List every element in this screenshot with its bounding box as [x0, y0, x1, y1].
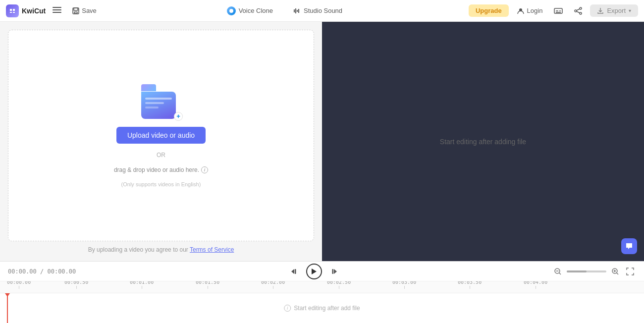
captions-button[interactable]: [550, 3, 566, 19]
header: KwiCut Save Voice Clone Studio Sound Upg…: [0, 0, 644, 22]
share-button[interactable]: [570, 3, 586, 19]
play-button[interactable]: [306, 264, 322, 279]
timeline-track: i Start editing after add file: [0, 293, 644, 323]
zoom-controls: [552, 266, 636, 277]
ruler-tick-4: 00:02.00: [261, 281, 285, 289]
voice-clone-nav[interactable]: Voice Clone: [223, 4, 277, 17]
ruler-tick-6: 00:03.00: [392, 281, 416, 289]
svg-rect-0: [53, 7, 61, 8]
timeline-empty-message: i Start editing after add file: [284, 305, 360, 312]
menu-icon[interactable]: [51, 3, 63, 18]
timeline-controls: 00:00.00 / 00:00.00: [0, 262, 644, 281]
timeline-empty-text: Start editing after add file: [294, 305, 360, 312]
playhead: [7, 293, 8, 323]
logo-icon: [6, 4, 19, 17]
skip-forward-button[interactable]: [327, 265, 341, 278]
preview-empty-text: Start editing after adding file: [440, 138, 526, 146]
svg-line-26: [617, 272, 619, 274]
header-right: Upgrade Login Export ▾: [469, 3, 638, 19]
supports-text: (Only supports videos in English): [121, 181, 201, 187]
ruler-tick-7: 00:03.50: [458, 281, 482, 289]
zoom-out-button[interactable]: [552, 266, 564, 277]
studio-sound-label: Studio Sound: [304, 7, 342, 14]
login-label: Login: [527, 7, 543, 14]
folder-upload-icon: +: [141, 84, 181, 119]
or-text: OR: [157, 152, 165, 159]
login-button[interactable]: Login: [513, 5, 547, 17]
svg-rect-21: [332, 269, 333, 274]
svg-point-12: [580, 7, 582, 9]
studio-sound-nav[interactable]: Studio Sound: [289, 5, 346, 17]
upload-button[interactable]: Upload video or audio: [116, 127, 206, 144]
preview-panel: Start editing after adding file: [322, 22, 644, 261]
logo-text: KwiCut: [22, 7, 46, 15]
header-left: KwiCut Save: [6, 3, 101, 18]
folder-plus-icon: +: [174, 112, 183, 121]
logo: KwiCut: [6, 4, 46, 17]
svg-rect-1: [53, 9, 61, 10]
zoom-in-button[interactable]: [609, 266, 621, 277]
ruler-tick-8: 00:04.00: [524, 281, 547, 289]
left-panel: + Upload video or audio OR drag & drop v…: [0, 22, 322, 261]
timeline-info-icon: i: [284, 305, 291, 312]
ruler-tick-3: 00:01.50: [196, 281, 219, 289]
svg-point-13: [575, 10, 577, 12]
ruler-tick-0: 00:00.00: [7, 281, 31, 289]
tos-link[interactable]: Terms of Service: [190, 246, 234, 253]
header-center: Voice Clone Studio Sound: [101, 4, 469, 17]
fit-to-screen-button[interactable]: [624, 266, 636, 277]
export-button[interactable]: Export ▾: [590, 4, 638, 17]
upload-area[interactable]: + Upload video or audio OR drag & drop v…: [8, 30, 314, 241]
svg-line-15: [577, 9, 580, 10]
svg-marker-20: [334, 269, 337, 274]
svg-rect-4: [74, 8, 78, 10]
svg-marker-19: [312, 269, 317, 274]
ruler-tick-1: 00:00.50: [64, 281, 88, 289]
save-label: Save: [82, 7, 97, 14]
voice-clone-label: Voice Clone: [239, 7, 273, 14]
time-display: 00:00.00 / 00:00.00: [8, 268, 76, 275]
zoom-slider[interactable]: [567, 270, 606, 272]
tos-text: By uploading a video you agree to our Te…: [8, 246, 314, 253]
chat-button[interactable]: [621, 238, 637, 254]
svg-line-16: [577, 11, 580, 13]
drag-drop-text: drag & drop video or audio here. i: [114, 166, 208, 173]
upgrade-button[interactable]: Upgrade: [469, 4, 509, 17]
main-content: + Upload video or audio OR drag & drop v…: [0, 22, 644, 261]
timeline-ruler: 00:00.00 00:00.50 00:01.00 00:01.50 00:0…: [0, 281, 644, 293]
svg-point-14: [580, 12, 582, 14]
ruler-tick-5: 00:02.50: [327, 281, 351, 289]
voice-clone-icon: [227, 6, 236, 15]
timeline-section: 00:00.00 / 00:00.00: [0, 261, 644, 323]
drag-info-icon: i: [201, 166, 208, 173]
svg-rect-2: [53, 12, 61, 13]
svg-marker-17: [291, 269, 294, 274]
svg-rect-18: [295, 269, 296, 274]
ruler-tick-2: 00:01.00: [130, 281, 154, 289]
save-button[interactable]: Save: [68, 5, 101, 16]
svg-point-6: [229, 9, 233, 13]
svg-line-23: [559, 272, 561, 274]
skip-back-button[interactable]: [287, 265, 301, 278]
svg-rect-5: [74, 12, 77, 13]
playback-controls: [287, 264, 341, 279]
export-chevron-icon: ▾: [629, 8, 631, 13]
export-label: Export: [607, 7, 626, 14]
